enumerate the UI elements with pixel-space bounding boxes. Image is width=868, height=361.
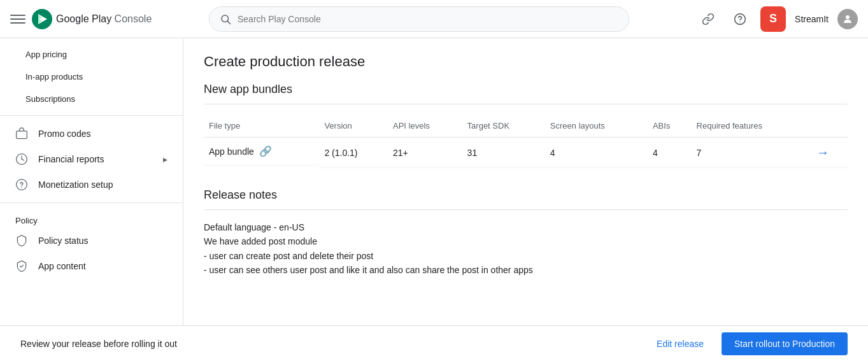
app-icon-letter: S — [769, 12, 777, 25]
row-detail-arrow-icon[interactable]: → — [816, 145, 829, 159]
bundle-table: File type Version API levels Target SDK … — [204, 115, 848, 168]
search-input[interactable] — [238, 14, 618, 24]
logo-area: Google Play Console — [32, 9, 152, 29]
sidebar-item-monetization-setup[interactable]: Monetization setup — [0, 172, 183, 197]
hamburger-menu-button[interactable] — [10, 11, 25, 27]
sidebar-item-promo-codes[interactable]: Promo codes — [0, 121, 183, 146]
bundles-section-title: New app bundles — [204, 83, 848, 104]
app-icon[interactable]: S — [760, 6, 786, 32]
cell-required-features: 7 — [692, 138, 811, 168]
logo-text: Google Play Console — [56, 13, 152, 25]
topbar-right: S StreamIt — [697, 6, 858, 32]
table-header-row: File type Version API levels Target SDK … — [204, 115, 848, 138]
page-title: Create production release — [204, 53, 848, 70]
main-layout: App pricing In-app products Subscription… — [0, 38, 868, 361]
bottom-bar: Review your release before rolling it ou… — [0, 325, 868, 361]
bottom-bar-message: Review your release before rolling it ou… — [20, 339, 177, 349]
sidebar-item-policy-status[interactable]: Policy status — [0, 228, 183, 253]
col-header-file-type: File type — [204, 115, 319, 138]
sidebar-divider-1 — [0, 115, 183, 116]
table-row: App bundle 🔗 2 (1.0.1) 21+ 31 4 4 7 → — [204, 138, 848, 168]
sidebar-item-label: Monetization setup — [38, 180, 113, 190]
col-header-screen-layouts: Screen layouts — [545, 115, 648, 138]
file-type-label: App bundle — [209, 146, 254, 157]
sidebar-item-financial-reports[interactable]: Financial reports ▸ — [0, 146, 183, 172]
search-icon — [220, 13, 231, 25]
sidebar-item-label: Financial reports — [38, 154, 104, 164]
svg-point-4 — [740, 21, 741, 22]
cell-api-levels: 21+ — [388, 138, 462, 168]
cell-version: 2 (1.0.1) — [319, 138, 388, 168]
topbar: Google Play Console S StreamIt — [0, 0, 868, 38]
col-header-required-features: Required features — [692, 115, 811, 138]
link-icon — [702, 13, 715, 25]
svg-point-5 — [846, 15, 850, 19]
cell-screen-layouts: 4 — [545, 138, 648, 168]
sidebar-section-policy: Policy — [0, 208, 183, 228]
col-header-version: Version — [319, 115, 388, 138]
monetization-setup-icon — [15, 178, 28, 191]
sidebar-item-in-app-products[interactable]: In-app products — [0, 66, 183, 88]
col-header-abis: ABIs — [648, 115, 692, 138]
cell-target-sdk: 31 — [462, 138, 545, 168]
google-play-logo-icon — [32, 9, 52, 29]
main-content: Create production release New app bundle… — [183, 38, 868, 361]
sidebar-item-label: Subscriptions — [25, 94, 75, 104]
app-name-label: StreamIt — [795, 14, 829, 24]
release-notes-text: Default language - en-US We have added p… — [204, 220, 848, 278]
release-notes-section: Release notes Default language - en-US W… — [204, 188, 848, 278]
sidebar-item-app-pricing[interactable]: App pricing — [0, 43, 183, 66]
avatar-icon — [842, 13, 853, 25]
cell-abis: 4 — [648, 138, 692, 168]
promo-codes-icon — [15, 127, 28, 140]
bundle-link-icon[interactable]: 🔗 — [259, 145, 272, 157]
sidebar-item-label: Promo codes — [38, 129, 90, 139]
svg-rect-6 — [17, 131, 27, 139]
help-icon — [734, 13, 746, 25]
app-content-icon — [15, 260, 28, 273]
col-header-target-sdk: Target SDK — [462, 115, 545, 138]
financial-reports-icon — [15, 153, 28, 166]
cell-file-type: App bundle 🔗 — [204, 138, 319, 166]
sidebar-item-label: In-app products — [25, 72, 83, 81]
topbar-left: Google Play Console — [10, 9, 201, 29]
bottom-bar-actions: Edit release Start rollout to Production — [646, 332, 848, 355]
expand-arrow-icon: ▸ — [163, 154, 167, 164]
sidebar-item-label: Policy status — [38, 236, 89, 246]
svg-line-2 — [227, 21, 230, 24]
release-notes-title: Release notes — [204, 188, 848, 210]
sidebar-item-label: App pricing — [25, 50, 67, 59]
sidebar-item-subscriptions[interactable]: Subscriptions — [0, 88, 183, 110]
link-button[interactable] — [697, 8, 720, 31]
edit-release-button[interactable]: Edit release — [646, 334, 714, 354]
search-bar[interactable] — [209, 6, 629, 32]
start-rollout-button[interactable]: Start rollout to Production — [722, 332, 848, 355]
sidebar-item-label: App content — [38, 261, 86, 271]
help-button[interactable] — [729, 8, 751, 31]
sidebar: App pricing In-app products Subscription… — [0, 38, 183, 361]
user-avatar[interactable] — [837, 9, 858, 29]
policy-status-icon — [15, 234, 28, 247]
col-header-api-levels: API levels — [388, 115, 462, 138]
sidebar-divider-2 — [0, 202, 183, 203]
cell-arrow[interactable]: → — [811, 138, 848, 168]
sidebar-item-app-content[interactable]: App content — [0, 253, 183, 279]
sidebar-section-label: Policy — [15, 216, 38, 225]
